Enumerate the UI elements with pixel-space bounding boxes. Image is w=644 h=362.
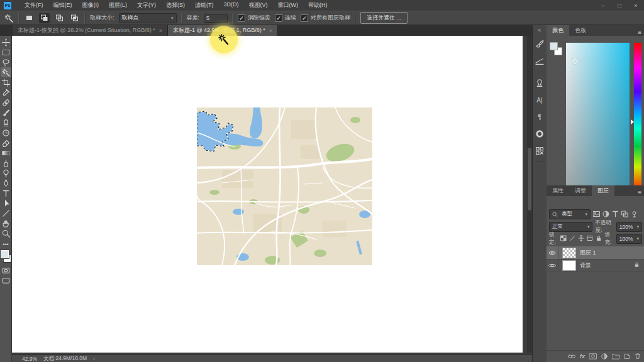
filter-type-layers-icon[interactable] (612, 209, 619, 220)
hue-slider-arrow-icon[interactable] (631, 119, 634, 124)
rectangular-marquee-tool[interactable] (1, 47, 11, 57)
quick-mask-button[interactable] (1, 265, 11, 275)
dodge-tool[interactable] (1, 168, 11, 178)
tab-properties[interactable]: 属性 (547, 185, 569, 196)
menu-layer[interactable]: 图层(L) (104, 1, 131, 10)
tab-layers[interactable]: 图层 (592, 185, 614, 196)
adjustment-layer-icon[interactable] (601, 351, 608, 362)
pen-tool[interactable] (1, 178, 11, 188)
antialias-checkbox[interactable]: ✓ 消除锯齿 (238, 14, 270, 22)
menu-type[interactable]: 文字(Y) (133, 1, 160, 10)
gradient-tool[interactable] (1, 148, 11, 158)
properties-panel-icon[interactable] (534, 128, 545, 140)
menu-view[interactable]: 视图(V) (245, 1, 272, 10)
spot-healing-brush-tool[interactable] (1, 97, 11, 107)
vertical-scrollbar[interactable] (527, 36, 532, 353)
path-selection-tool[interactable] (1, 198, 11, 208)
menu-3d[interactable]: 3D(D) (219, 1, 243, 10)
scrollbar-thumb[interactable] (528, 148, 531, 211)
intersect-selection-mode-icon[interactable] (69, 13, 80, 23)
subtract-from-selection-mode-icon[interactable] (54, 13, 65, 23)
layer-filter-dropdown[interactable]: 类型 ▾ (549, 209, 591, 219)
brush-settings-panel-icon[interactable] (534, 55, 545, 67)
smudge-tool[interactable] (1, 158, 11, 168)
menu-filter[interactable]: 滤镜(T) (191, 1, 218, 10)
panel-menu-icon[interactable]: ≡ (638, 189, 641, 196)
menu-edit[interactable]: 编辑(E) (49, 1, 77, 10)
eraser-tool[interactable] (1, 138, 11, 148)
map-image[interactable] (197, 107, 372, 265)
tab-adjustments[interactable]: 调整 (569, 185, 592, 196)
menu-file[interactable]: 文件(F) (20, 1, 48, 10)
zoom-tool[interactable] (1, 228, 11, 238)
document-canvas[interactable] (12, 36, 523, 353)
layer-mask-icon[interactable] (589, 351, 597, 362)
shape-tool[interactable] (1, 208, 11, 218)
saturation-brightness-field[interactable] (566, 43, 630, 190)
clone-stamp-tool[interactable] (1, 118, 11, 128)
lock-image-pixels-icon[interactable] (569, 235, 575, 243)
close-tab-icon[interactable]: × (269, 28, 272, 34)
layer-row-selected[interactable]: 图层 1 (547, 246, 644, 260)
collapse-panels-icon[interactable]: « (538, 27, 541, 33)
tab-color[interactable]: 颜色 (547, 25, 569, 36)
delete-layer-icon[interactable] (635, 351, 641, 362)
hue-slider[interactable] (634, 43, 641, 190)
zoom-level[interactable]: 42.9% (22, 356, 37, 362)
status-options-icon[interactable]: › (93, 356, 95, 362)
magic-wand-tool-preset-icon[interactable] (3, 13, 14, 23)
sample-size-dropdown[interactable]: 取样点 ▾ (119, 13, 177, 23)
select-and-mask-button[interactable]: 选择并遮住 ... (360, 12, 408, 24)
filter-pixel-layers-icon[interactable] (593, 209, 600, 220)
lasso-tool[interactable] (1, 57, 11, 67)
eyedropper-tool[interactable] (1, 87, 11, 97)
menu-window[interactable]: 窗口(W) (274, 1, 303, 10)
new-group-icon[interactable] (612, 351, 619, 362)
fill-dropdown[interactable]: 100% ▾ (616, 234, 642, 244)
foreground-color-swatch[interactable] (1, 250, 9, 258)
layer-visibility-toggle[interactable] (547, 246, 558, 259)
lock-position-icon[interactable] (578, 235, 584, 243)
edit-toolbar-icon[interactable]: ••• (3, 243, 8, 246)
color-swatches[interactable] (1, 250, 11, 263)
layer-thumbnail[interactable] (562, 248, 576, 258)
document-tab-inactive[interactable]: 未标题-1-恢复的 @ 28.2% (Current Situation, RG… (13, 25, 168, 36)
brush-tool[interactable] (1, 107, 11, 118)
hand-tool[interactable] (1, 218, 11, 228)
menu-image[interactable]: 图像(I) (78, 1, 104, 10)
layer-name[interactable]: 图层 1 (580, 249, 596, 257)
link-layers-icon[interactable] (568, 351, 575, 362)
layer-name[interactable]: 背景 (580, 261, 591, 270)
sample-all-layers-checkbox[interactable]: ✓ 对所有图层取样 (301, 14, 350, 22)
layer-visibility-toggle[interactable] (547, 259, 558, 272)
close-button[interactable]: × (628, 3, 644, 9)
lock-artboard-icon[interactable] (587, 235, 593, 243)
layer-thumbnail[interactable] (562, 260, 576, 271)
panel-menu-icon[interactable]: ≡ (638, 29, 641, 36)
history-brush-tool[interactable] (1, 128, 11, 138)
menu-help[interactable]: 帮助(H) (304, 1, 332, 10)
paragraph-panel-icon[interactable]: ¶ (534, 111, 545, 123)
opacity-dropdown[interactable]: 100% ▾ (616, 222, 642, 232)
lock-all-icon[interactable] (596, 235, 602, 243)
clone-source-panel-icon[interactable] (534, 77, 545, 89)
move-tool[interactable] (1, 37, 11, 47)
filter-shape-layers-icon[interactable] (621, 209, 628, 220)
glyphs-panel-icon[interactable] (534, 145, 545, 157)
minimize-button[interactable]: – (595, 3, 611, 9)
foreground-color-swatch[interactable] (550, 42, 558, 50)
layer-style-icon[interactable]: fx (580, 353, 585, 359)
filter-smart-objects-icon[interactable] (631, 209, 638, 220)
brush-panel-icon[interactable] (534, 38, 545, 50)
character-panel-icon[interactable]: A| (534, 94, 545, 106)
layer-row-background[interactable]: 背景 (547, 259, 644, 272)
add-to-selection-mode-icon[interactable] (39, 13, 50, 23)
new-layer-icon[interactable] (624, 351, 630, 362)
magic-wand-tool[interactable] (1, 67, 11, 77)
screen-mode-button[interactable] (1, 275, 11, 285)
new-selection-mode-icon[interactable] (24, 13, 35, 23)
contiguous-checkbox[interactable]: ✓ 连续 (275, 14, 296, 22)
color-picker-marker[interactable] (572, 58, 578, 64)
maximize-button[interactable]: □ (611, 3, 628, 9)
filter-adjustment-layers-icon[interactable] (602, 209, 609, 220)
